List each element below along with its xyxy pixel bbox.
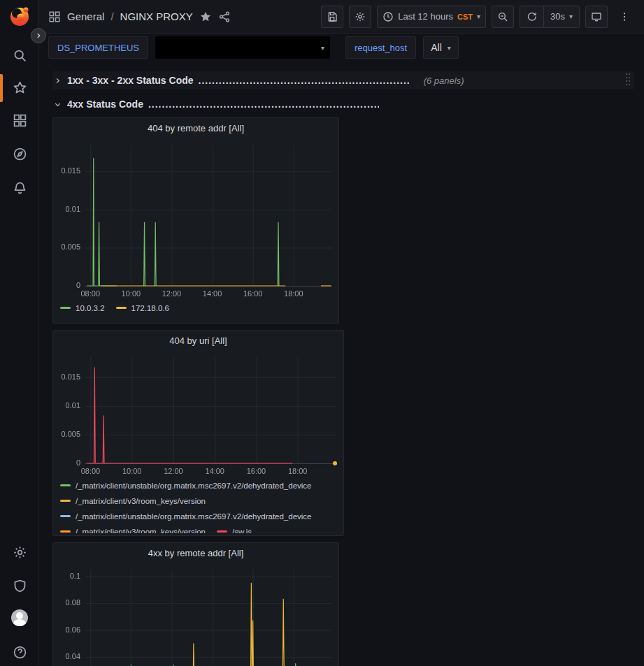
row-title-dots: ........................................… [148,99,379,110]
chart-canvas-404-by-uri[interactable] [53,350,343,477]
request-host-value: All [431,42,442,53]
legend-item[interactable]: 10.0.3.2 [60,301,105,314]
legend-color-swatch [60,307,71,309]
row-title-dots: ........................................… [199,75,410,86]
dashboard-title[interactable]: NGINX PROXY [120,10,193,22]
legend-item[interactable]: 172.18.0.6 [116,301,169,314]
refresh-interval-select[interactable]: 30s ▾ [543,6,579,27]
dashboard-scroll-area[interactable]: 1xx - 3xx - 2xx Status Code ............… [38,61,644,666]
row-drag-handle[interactable] [626,73,631,87]
avatar [11,609,28,626]
legend-item[interactable]: /_matrix/client/v3/room_keys/version [60,494,206,507]
legend-item[interactable]: /sw.js [217,525,252,533]
variable-label-ds-prometheus: DS_PROMETHEUS [48,36,148,59]
chart-canvas-404-by-remote-addr[interactable] [53,138,338,300]
time-range-label: Last 12 hours [398,11,453,22]
explore-compass-icon[interactable] [11,145,28,162]
chevron-down-icon [52,101,62,108]
legend-item[interactable]: /_matrix/client/unstable/org.matrix.msc2… [60,509,312,523]
topbar-actions: Last 12 hours CST ▾ 30s ▾ [321,6,636,28]
variable-label-request-host: request_host [345,36,416,59]
alerting-bell-icon[interactable] [11,179,28,196]
chart-canvas-4xx-by-remote-addr[interactable] [53,563,338,666]
legend-color-swatch [217,530,227,533]
starred-icon[interactable] [11,79,28,96]
sidebar [0,0,38,666]
legend-color-swatch [60,515,71,517]
variable-value-request-host[interactable]: All ▾ [423,36,459,59]
dashboards-icon[interactable] [11,112,28,129]
legend-color-swatch [116,307,127,309]
help-icon[interactable] [11,644,28,660]
panel-legend: /_matrix/client/unstable/org.matrix.msc2… [53,477,343,533]
share-icon[interactable] [218,10,231,23]
profile-avatar[interactable] [11,609,28,626]
panel-title[interactable]: 404 by remote addr [All] [53,118,338,138]
zoom-out-button[interactable] [492,6,514,28]
panel-legend: 10.0.3.2172.18.0.6 [53,300,338,319]
panel-title[interactable]: 404 by uri [All] [53,331,343,350]
panel-title[interactable]: 4xx by remote addr [All] [53,543,338,563]
sidebar-expand-button[interactable] [31,28,46,43]
legend-color-swatch [60,484,71,486]
variables-row: DS_PROMETHEUS ▾ request_host All ▾ [38,34,644,61]
timezone-badge: CST [457,13,473,21]
chevron-down-icon: ▾ [569,13,573,20]
refresh-controls: 30s ▾ [520,6,580,28]
panel-404-by-remote-addr[interactable]: 404 by remote addr [All] 10.0.3.2172.18.… [52,117,339,324]
legend-item[interactable]: /_matrix/client/unstable/org.matrix.msc2… [60,479,312,492]
row-header-1xx-3xx-2xx[interactable]: 1xx - 3xx - 2xx Status Code ............… [52,71,634,89]
breadcrumb-section[interactable]: General [67,10,104,22]
refresh-button[interactable] [520,6,543,27]
sidebar-active-indicator [0,74,3,102]
row-title: 1xx - 3xx - 2xx Status Code [67,75,194,86]
refresh-interval-value: 30s [550,11,565,22]
tv-mode-button[interactable] [585,6,608,28]
row-header-4xx[interactable]: 4xx Status Code ........................… [52,95,634,113]
save-button[interactable] [321,6,343,28]
time-range-picker[interactable]: Last 12 hours CST ▾ [377,6,486,28]
legend-color-swatch [60,530,71,533]
chevron-down-icon: ▾ [448,44,451,52]
clock-icon [382,11,394,22]
grafana-logo[interactable] [8,5,31,27]
panel-grid: 404 by remote addr [All] 10.0.3.2172.18.… [52,117,634,666]
chevron-right-icon [52,77,62,85]
legend-color-swatch [60,500,71,502]
panel-4xx-by-remote-addr[interactable]: 4xx by remote addr [All] 10.0.3.2172.18.… [52,542,339,666]
dashboard-settings-button[interactable] [349,6,371,28]
row-title: 4xx Status Code [67,99,143,110]
main-area: General / NGINX PROXY Last 12 hours CST … [38,0,644,666]
chevron-down-icon: ▾ [321,44,324,52]
server-admin-shield-icon[interactable] [11,577,28,594]
kebab-menu-button[interactable] [613,6,636,28]
apps-grid-icon [48,10,61,23]
search-icon[interactable] [11,47,28,64]
variable-value-ds-prometheus[interactable]: ▾ [155,36,330,59]
panel-404-by-uri[interactable]: 404 by uri [All] /_matrix/client/unstabl… [52,330,344,536]
chevron-down-icon: ▾ [477,13,480,20]
configuration-gear-icon[interactable] [11,544,28,560]
star-filled-icon[interactable] [199,10,212,23]
row-panel-count: (6 panels) [424,75,464,86]
breadcrumb-separator: / [110,10,113,22]
topbar: General / NGINX PROXY Last 12 hours CST … [38,0,644,34]
breadcrumb: General / NGINX PROXY [48,10,231,23]
legend-item[interactable]: /_matrix/client/v3/room_keys/version [60,525,206,533]
